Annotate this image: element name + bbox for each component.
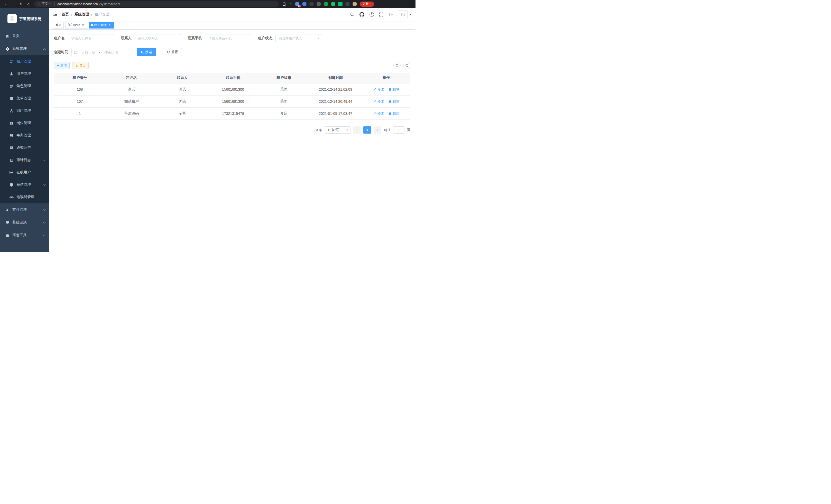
security-label[interactable]: 不安全 [42, 2, 52, 6]
sms-shield-icon [9, 183, 13, 187]
status-select[interactable]: 请选择租户状态 [276, 34, 322, 42]
close-icon[interactable]: × [108, 23, 112, 27]
sidebar-item-payment[interactable]: ¥ 支付管理 [0, 203, 49, 216]
edit-link[interactable]: 修改 [373, 99, 384, 104]
delete-link[interactable]: 删除 [389, 99, 399, 104]
sidebar-item-home[interactable]: 首页 [0, 30, 49, 42]
font-size-icon[interactable]: TT [389, 12, 393, 17]
cell-tenant-id: 1 [54, 108, 106, 119]
cell-created: 2021-12-14 21:02:09 [309, 83, 362, 95]
prev-page-button[interactable]: ‹ [353, 126, 361, 134]
cell-tenant-id: 107 [54, 95, 106, 108]
dictionary-icon [9, 134, 13, 138]
sidebar-collapse-icon[interactable] [53, 12, 58, 17]
breadcrumb-system[interactable]: 系统管理 [75, 12, 89, 17]
delete-link[interactable]: 删除 [389, 111, 399, 116]
sidebar-item-audit-log[interactable]: 审计日志 [0, 154, 49, 166]
sidebar-item-infrastructure[interactable]: 基础设施 [0, 216, 49, 229]
delete-link[interactable]: 删除 [389, 87, 399, 92]
forward-button[interactable]: → [10, 1, 17, 7]
phone-input[interactable] [205, 34, 251, 42]
sidebar-item-error-code[interactable]: </> 错误码管理 [0, 191, 49, 203]
reload-button[interactable]: ↻ [18, 1, 24, 7]
chrome-profile-avatar[interactable] [352, 2, 357, 6]
tags-view-bar: 首页 部门管理 × 租户管理 × [49, 21, 416, 30]
sidebar-item-online-users[interactable]: 在线用户 [0, 166, 49, 179]
tab-dept[interactable]: 部门管理 × [65, 22, 87, 29]
create-time-range-picker[interactable]: - [71, 48, 130, 56]
end-date-input[interactable] [102, 50, 120, 54]
extension-icon-3[interactable] [309, 2, 314, 6]
extension-icon-1[interactable]: 10 [295, 2, 299, 6]
chevron-up-icon [43, 48, 46, 51]
goto-page-input[interactable] [393, 126, 404, 134]
active-tab-dot [91, 24, 93, 26]
plus-icon: + [57, 64, 59, 67]
sidebar-item-tenant[interactable]: 租户管理 [0, 55, 49, 67]
start-date-input[interactable] [79, 50, 98, 54]
column-header: 租户编号 [54, 73, 106, 83]
refresh-table-button[interactable] [403, 62, 410, 69]
breadcrumb-separator: / [91, 12, 92, 17]
tab-home[interactable]: 首页 [53, 22, 64, 29]
user-avatar-menu[interactable] [398, 10, 411, 18]
column-header: 创建时间 [309, 73, 362, 83]
github-icon[interactable] [360, 12, 364, 17]
home-button[interactable]: ⌂ [25, 1, 32, 7]
sidebar-item-system[interactable]: 系统管理 [0, 42, 49, 55]
sidebar-item-menu[interactable]: 菜单管理 [0, 92, 49, 105]
page-number-1[interactable]: 1 [363, 126, 371, 134]
cell-actions: 修改 删除 [362, 95, 410, 108]
app-logo[interactable]: 芋道管理系统 [0, 8, 49, 30]
sidebar-item-label: 岗位管理 [17, 121, 31, 125]
help-icon[interactable]: ? [370, 12, 374, 17]
browser-update-button[interactable]: 更新 ⋮ [360, 2, 374, 7]
extension-icon-5[interactable] [324, 2, 328, 6]
menu-tree-icon [9, 97, 13, 100]
search-button[interactable]: 搜索 [137, 48, 156, 56]
sidebar-item-notice[interactable]: 通知公告 [0, 142, 49, 154]
sidebar-item-role[interactable]: 角色管理 [0, 80, 49, 92]
next-page-button[interactable]: › [374, 126, 381, 134]
sidebar-item-label: 通知公告 [17, 145, 31, 150]
extension-icon-7[interactable] [338, 2, 343, 6]
sidebar-item-dev-tools[interactable]: 研发工具 [0, 229, 49, 242]
back-button[interactable]: ← [3, 1, 9, 7]
edit-link[interactable]: 修改 [373, 111, 384, 116]
breadcrumb-home[interactable]: 首页 [62, 12, 69, 17]
tenant-name-input[interactable] [68, 34, 114, 42]
search-icon[interactable] [350, 12, 354, 17]
tenant-table: 租户编号 租户名 联系人 联系手机 租户状态 创建时间 操作 108 测试 测试 [54, 73, 410, 120]
search-icon [141, 51, 144, 54]
chevron-down-icon [43, 234, 46, 236]
sidebar-item-dept[interactable]: 部门管理 [0, 105, 49, 117]
table-toolbar: + 新增 导出 [54, 62, 410, 69]
sidebar-item-sms[interactable]: 短信管理 [0, 179, 49, 191]
audit-log-icon [9, 158, 13, 162]
close-icon[interactable]: × [81, 23, 85, 27]
sidebar-item-label: 错误码管理 [17, 195, 34, 199]
cell-phone: 15601691300 [207, 83, 259, 95]
sidebar-item-user[interactable]: 用户管理 [0, 67, 49, 80]
bookmark-star-icon[interactable]: ☆ [289, 2, 292, 6]
share-icon[interactable] [282, 2, 286, 6]
add-button[interactable]: + 新增 [54, 62, 69, 69]
payment-yen-icon: ¥ [5, 208, 9, 212]
sidebar-item-label: 租户管理 [17, 59, 31, 64]
export-button[interactable]: 导出 [72, 62, 89, 69]
fullscreen-icon[interactable] [379, 12, 383, 17]
url-bar[interactable]: ⚠ 不安全 dashboard.yudao.iocoder.cn/system/… [34, 1, 279, 7]
contact-input[interactable] [135, 34, 181, 42]
page-size-select[interactable]: 10条/页 [325, 126, 350, 134]
goto-label: 前往 [384, 128, 391, 132]
sidebar-item-post[interactable]: 岗位管理 [0, 117, 49, 129]
extensions-puzzle-icon[interactable] [345, 2, 350, 6]
edit-link[interactable]: 修改 [373, 87, 384, 92]
extension-icon-2[interactable] [302, 2, 307, 6]
extension-icon-4[interactable] [317, 2, 321, 6]
tab-tenant[interactable]: 租户管理 × [89, 22, 114, 29]
reset-button[interactable]: 重置 [163, 48, 182, 56]
sidebar-item-dict[interactable]: 字典管理 [0, 129, 49, 142]
extension-icon-6[interactable] [331, 2, 335, 6]
toggle-search-button[interactable] [393, 62, 401, 69]
